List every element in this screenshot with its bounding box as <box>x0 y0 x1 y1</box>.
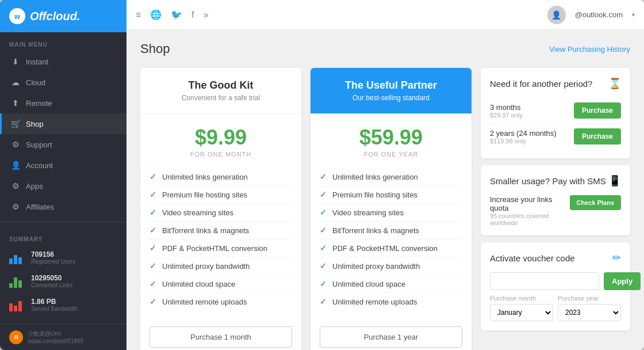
period-2years-name: 2 years (24 months) <box>490 129 557 138</box>
period-3months-info: 3 months $29.97 only <box>490 103 523 119</box>
feature-item: ✓Unlimited proxy bandwidth <box>320 257 462 275</box>
sidebar-item-apps[interactable]: ⚙ Apps <box>0 176 126 196</box>
bar3 <box>18 280 22 288</box>
feature-text: Premium file hosting sites <box>162 191 247 199</box>
check-plans-button[interactable]: Check Plans <box>570 195 621 210</box>
feature-text: Unlimited links generation <box>332 173 418 181</box>
shop-icon: 🛒 <box>11 119 20 128</box>
summary-users-text: 709156 Registered Users <box>31 250 75 265</box>
user-avatar: 👤 <box>547 6 566 24</box>
feature-item: ✓Premium file hosting sites <box>150 186 292 204</box>
links-count: 10295050 <box>31 274 72 282</box>
sidebar-item-remote[interactable]: ⬆ Remote <box>0 93 126 113</box>
bandwidth-bar-chart <box>9 299 25 311</box>
right-panel: Need it for another period? ⌛ 3 months $… <box>481 68 630 330</box>
bar2 <box>14 277 17 288</box>
sidebar-item-shop[interactable]: 🛒 Shop <box>0 113 126 134</box>
check-icon: ✓ <box>150 279 156 288</box>
year-select[interactable]: 2023 2024 2025 <box>558 304 621 321</box>
footer-avatar: π <box>9 330 23 344</box>
check-icon: ✓ <box>150 172 156 181</box>
twitter-icon[interactable]: 🐦 <box>171 9 182 20</box>
check-icon: ✓ <box>320 279 327 288</box>
sidebar-item-support[interactable]: ⚙ Support <box>0 134 126 155</box>
summary-label: SUMMARY <box>0 227 126 246</box>
feature-text: Unlimited cloud space <box>162 280 235 288</box>
period-option-3months: 3 months $29.97 only Purchase <box>490 98 621 124</box>
purchase-1month-button[interactable]: Purchase 1 month <box>150 326 292 348</box>
users-bar-chart <box>9 252 25 264</box>
feature-text: Premium file hosting sites <box>332 191 417 199</box>
sidebar-item-account[interactable]: 👤 Account <box>0 155 126 176</box>
more-icon[interactable]: » <box>204 10 209 20</box>
voucher-title: Activate voucher code <box>490 253 575 263</box>
sms-header: Smaller usage? Pay with SMS 📱 <box>490 174 621 187</box>
bar1 <box>9 283 13 288</box>
bandwidth-amount: 1.86 PB <box>31 298 78 306</box>
cloud-icon: ☁ <box>11 78 20 87</box>
summary-bandwidth-text: 1.86 PB Served Bandwidth <box>31 298 78 312</box>
summary-item-users: 709156 Registered Users <box>0 246 126 269</box>
phone-icon: 📱 <box>608 174 621 187</box>
feature-item: ✓Premium file hosting sites <box>320 186 462 204</box>
dropdown-arrow-icon[interactable]: ▾ <box>632 12 635 18</box>
price-amount-good-kit: $9.99 <box>150 125 292 150</box>
bandwidth-label: Served Bandwidth <box>31 306 78 312</box>
check-icon: ✓ <box>320 226 327 235</box>
feature-item: ✓PDF & PocketHTML conversion <box>320 239 462 257</box>
summary-item-bandwidth: 1.86 PB Served Bandwidth <box>0 293 126 317</box>
affiliates-icon: ⚙ <box>11 202 20 211</box>
feature-item: ✓Unlimited links generation <box>320 168 462 186</box>
purchase-1year-button[interactable]: Purchase 1 year <box>320 326 462 348</box>
plan-features-useful-partner: ✓Unlimited links generation ✓Premium fil… <box>310 163 471 319</box>
sidebar-item-cloud[interactable]: ☁ Cloud <box>0 72 126 93</box>
sidebar-item-instant[interactable]: ⬇ Instant <box>0 51 126 72</box>
user-email: @outlook.com <box>575 10 623 19</box>
sidebar-footer: π 少数派@Umisspai.com/post/51865 <box>0 324 126 350</box>
bar1 <box>9 303 13 311</box>
app-window: w Offcloud. MAIN MENU ⬇ Instant ☁ Cloud … <box>0 0 644 350</box>
apps-icon: ⚙ <box>11 181 20 191</box>
purchase-2years-button[interactable]: Purchase <box>574 128 621 144</box>
plan-subtitle-useful-partner: Our best-selling standard <box>320 94 462 102</box>
view-history-link[interactable]: View Purchasing History <box>549 45 630 54</box>
feature-text: BitTorrent links & magnets <box>332 226 419 235</box>
summary-links-text: 10295050 Converted Links <box>31 274 72 288</box>
month-select[interactable]: January February March <box>490 304 553 321</box>
sidebar-divider <box>0 222 126 222</box>
purchase-3months-button[interactable]: Purchase <box>574 102 621 119</box>
feature-item: ✓Unlimited proxy bandwidth <box>150 257 292 275</box>
plan-card-useful-partner: The Useful Partner Our best-selling stan… <box>310 68 471 350</box>
quota-info: Increase your links quota 95 countries c… <box>490 195 621 226</box>
plan-price-good-kit: $9.99 FOR ONE MONTH <box>140 114 301 163</box>
feature-item: ✓Unlimited remote uploads <box>150 293 292 310</box>
facebook-icon[interactable]: f <box>191 10 194 20</box>
globe-icon[interactable]: 🌐 <box>150 9 162 20</box>
menu-icon[interactable]: ≡ <box>136 10 141 20</box>
bar3 <box>18 257 22 264</box>
top-nav: ≡ 🌐 🐦 f » 👤 @outlook.com ▾ <box>126 0 644 30</box>
feature-item: ✓Unlimited cloud space <box>150 275 292 293</box>
page-header: Shop View Purchasing History <box>140 41 630 56</box>
sidebar-item-label-cloud: Cloud <box>26 78 45 87</box>
period-2years-info: 2 years (24 months) $119.98 only <box>490 129 557 144</box>
month-label: Purchase month <box>490 295 553 302</box>
links-bar-chart <box>9 275 25 288</box>
feature-text: PDF & PocketHTML conversion <box>332 244 438 253</box>
check-icon: ✓ <box>150 208 156 217</box>
voucher-input-row: Apply <box>490 272 621 290</box>
plan-features-good-kit: ✓Unlimited links generation ✓Premium fil… <box>140 163 301 319</box>
feature-text: Unlimited proxy bandwidth <box>332 262 420 271</box>
plan-action-useful-partner: Purchase 1 year <box>310 319 471 350</box>
check-icon: ✓ <box>150 244 156 253</box>
select-row: Purchase month January February March Pu… <box>490 295 621 321</box>
apply-button[interactable]: Apply <box>604 272 641 290</box>
sidebar-item-affiliates[interactable]: ⚙ Affiliates <box>0 196 126 217</box>
sidebar-item-label-apps: Apps <box>26 182 43 191</box>
check-icon: ✓ <box>320 172 327 181</box>
voucher-input[interactable] <box>490 272 599 290</box>
sidebar-logo: w Offcloud. <box>0 0 126 32</box>
voucher-card: Activate voucher code ✏ Apply Purchase m… <box>481 242 630 330</box>
page-body: Shop View Purchasing History The Good Ki… <box>126 30 644 350</box>
sidebar-item-label-support: Support <box>26 140 52 149</box>
